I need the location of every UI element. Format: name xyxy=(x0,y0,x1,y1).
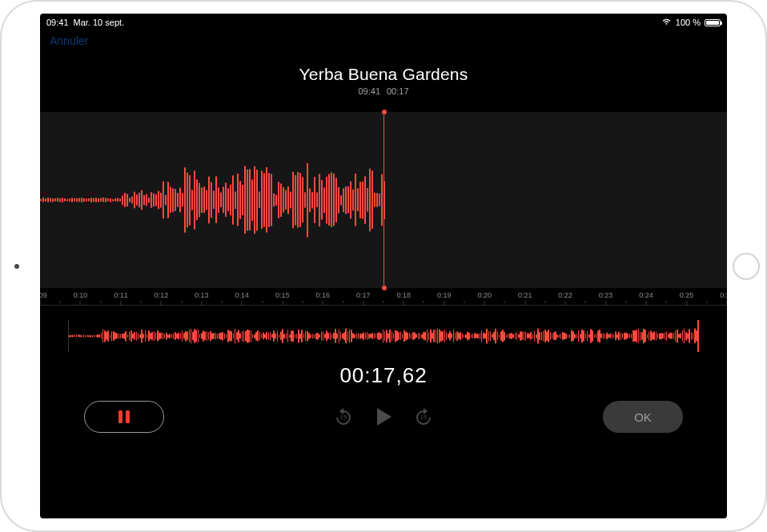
tick-label: 0:13 xyxy=(195,291,209,299)
tick-label: 0:17 xyxy=(356,291,371,299)
waveform-main-panel[interactable] xyxy=(40,112,727,288)
status-time: 09:41 xyxy=(46,18,69,27)
skip-forward-amount: 15 xyxy=(420,414,428,421)
status-date: Mar. 10 sept. xyxy=(74,18,125,27)
ipad-device-frame: 09:41 Mar. 10 sept. 100 % Annuler Yerba … xyxy=(0,0,767,532)
skip-back-15-button[interactable]: 15 xyxy=(334,407,353,426)
overview-cursor[interactable] xyxy=(697,320,699,352)
tick-label: 0:14 xyxy=(235,291,250,299)
screen: 09:41 Mar. 10 sept. 100 % Annuler Yerba … xyxy=(40,14,727,518)
cancel-button[interactable]: Annuler xyxy=(40,30,727,49)
battery-percent: 100 % xyxy=(676,18,701,27)
front-camera xyxy=(14,264,19,269)
tick-label: 0:12 xyxy=(155,291,169,299)
tick-label: 0:23 xyxy=(599,291,613,299)
pause-button[interactable] xyxy=(84,401,164,433)
tick-label: 0:22 xyxy=(558,291,572,299)
tick-label: 0:18 xyxy=(396,291,411,299)
recording-time: 09:41 xyxy=(358,86,380,96)
skip-forward-15-button[interactable]: 15 xyxy=(414,407,433,426)
battery-icon xyxy=(705,19,721,26)
tick-label: 0:21 xyxy=(518,291,532,299)
tick-label: 0:09 xyxy=(40,291,47,299)
recording-title[interactable]: Yerba Buena Gardens xyxy=(299,65,468,84)
home-button[interactable] xyxy=(733,253,760,280)
play-button[interactable] xyxy=(374,406,393,427)
controls-row: 15 15 OK xyxy=(40,388,727,433)
tick-label: 0:26 xyxy=(720,291,727,299)
tick-label: 0:15 xyxy=(275,291,290,299)
tick-label: 0:10 xyxy=(74,291,88,299)
tick-label: 0:11 xyxy=(114,291,128,299)
tick-label: 0:19 xyxy=(437,291,452,299)
playhead[interactable] xyxy=(384,112,384,288)
recording-subtitle: 09:4100:17 xyxy=(358,86,408,96)
skip-back-amount: 15 xyxy=(340,414,347,421)
pause-icon xyxy=(118,410,130,423)
status-bar: 09:41 Mar. 10 sept. 100 % xyxy=(40,14,727,30)
tick-label: 0:24 xyxy=(639,291,653,299)
tick-label: 0:20 xyxy=(477,291,492,299)
tick-label: 0:25 xyxy=(680,291,694,299)
wifi-icon xyxy=(661,18,672,27)
elapsed-time: 00:17,62 xyxy=(339,363,427,388)
done-button[interactable]: OK xyxy=(603,401,683,433)
recording-duration: 00:17 xyxy=(387,86,409,96)
timeline-ruler[interactable]: 0:090:100:110:120:130:140:150:160:170:18… xyxy=(40,288,727,306)
waveform-overview[interactable] xyxy=(68,320,699,352)
tick-label: 0:16 xyxy=(316,291,331,299)
